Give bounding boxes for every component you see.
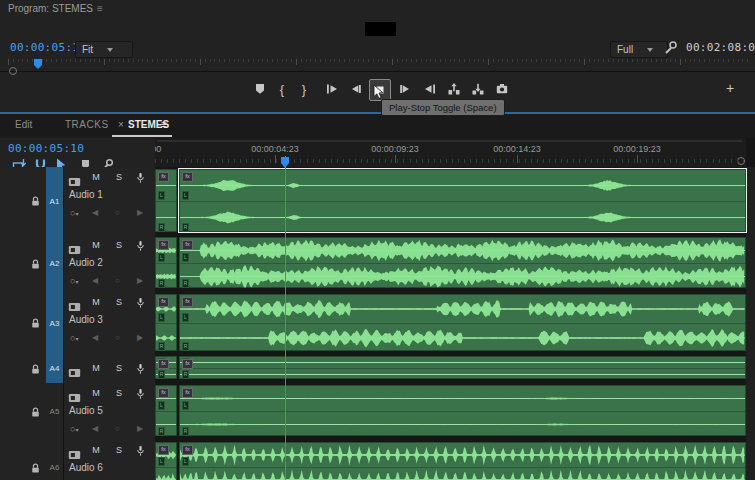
- track-name[interactable]: Audio 6: [69, 462, 103, 473]
- track-lane-a6[interactable]: LRfxLRfx: [155, 440, 746, 480]
- keyframe-type-button[interactable]: ○▾: [70, 208, 78, 218]
- extract-button[interactable]: [468, 79, 488, 99]
- step-forward-button[interactable]: [395, 79, 415, 99]
- track-target-a2[interactable]: A2: [46, 235, 64, 292]
- tab-menu-icon[interactable]: ≡: [161, 119, 167, 130]
- track-lane-a2[interactable]: LRfxLRfx: [155, 235, 746, 292]
- track-lane-a4[interactable]: LRfxLRfx: [155, 354, 746, 383]
- mute-button[interactable]: M: [90, 388, 102, 398]
- track-name[interactable]: Audio 5: [69, 405, 103, 416]
- track-target-a1[interactable]: A1: [46, 167, 64, 235]
- step-back-button[interactable]: [346, 79, 366, 99]
- playback-resolution-select[interactable]: Full: [610, 41, 668, 58]
- solo-button[interactable]: S: [113, 297, 125, 307]
- track-name[interactable]: Audio 1: [69, 189, 103, 200]
- timeline-playhead-line[interactable]: [285, 156, 286, 480]
- horizontal-scrollbar[interactable]: [157, 140, 742, 142]
- program-scrubber[interactable]: [0, 58, 755, 72]
- track-lane-a1[interactable]: LRfxLRfx: [155, 167, 746, 235]
- track-target-a3[interactable]: A3: [46, 292, 64, 354]
- ruler-tick: [197, 159, 198, 163]
- panel-menu-icon[interactable]: ≡: [97, 3, 103, 14]
- audio-clip[interactable]: LRfx: [179, 442, 746, 480]
- next-keyframe-button[interactable]: ▶: [137, 208, 143, 217]
- add-keyframe-button[interactable]: ○: [115, 333, 120, 342]
- audio-clip[interactable]: LRfx: [155, 442, 177, 480]
- keyframe-type-button[interactable]: ○▾: [70, 333, 78, 343]
- mute-button[interactable]: M: [90, 172, 102, 182]
- mark-in-button[interactable]: {: [272, 79, 292, 99]
- add-keyframe-button[interactable]: ○: [115, 276, 120, 285]
- scrollbar-handle[interactable]: [9, 67, 17, 75]
- audio-clip[interactable]: LRfx: [155, 294, 177, 351]
- ruler-tick: [161, 159, 162, 163]
- audio-clip[interactable]: LRfx: [179, 237, 746, 288]
- solo-button[interactable]: S: [113, 388, 125, 398]
- mute-button[interactable]: M: [90, 363, 102, 373]
- timeline-playhead-head[interactable]: [280, 156, 291, 169]
- solo-button[interactable]: S: [113, 363, 125, 373]
- prev-keyframe-button[interactable]: ◀: [92, 424, 98, 433]
- mute-button[interactable]: M: [90, 445, 102, 455]
- track-lock-icon[interactable]: [29, 316, 42, 334]
- mark-out-button[interactable]: }: [294, 79, 314, 99]
- export-frame-button[interactable]: [492, 79, 512, 99]
- voiceover-mic-icon[interactable]: [135, 444, 146, 462]
- audio-clip[interactable]: LRfx: [155, 237, 177, 288]
- keyframe-type-button[interactable]: ○▾: [70, 424, 78, 434]
- track-target-a5[interactable]: A5: [46, 383, 64, 440]
- prev-keyframe-button[interactable]: ◀: [92, 208, 98, 217]
- program-playhead[interactable]: [33, 58, 44, 70]
- lift-button[interactable]: [444, 79, 464, 99]
- tab-close-icon[interactable]: ×: [118, 119, 124, 130]
- audio-clip[interactable]: LRfx: [179, 294, 746, 351]
- voiceover-mic-icon[interactable]: [135, 296, 146, 314]
- voiceover-mic-icon[interactable]: [135, 239, 146, 257]
- add-keyframe-button[interactable]: ○: [115, 208, 120, 217]
- prev-keyframe-button[interactable]: ◀: [92, 333, 98, 342]
- audio-clip[interactable]: LRfx: [179, 356, 746, 379]
- track-lane-a3[interactable]: LRfxLRfx: [155, 292, 746, 354]
- keyframe-type-button[interactable]: ○▾: [70, 276, 78, 286]
- audio-clip[interactable]: LRfx: [179, 385, 746, 436]
- program-scrollbar[interactable]: [0, 71, 755, 72]
- solo-button[interactable]: S: [113, 445, 125, 455]
- track-lock-icon[interactable]: [29, 461, 42, 479]
- go-to-out-button[interactable]: [420, 79, 440, 99]
- mute-button[interactable]: M: [90, 240, 102, 250]
- voiceover-mic-icon[interactable]: [135, 362, 146, 380]
- mute-button[interactable]: M: [90, 297, 102, 307]
- track-lock-icon[interactable]: [29, 405, 42, 423]
- button-editor-plus-button[interactable]: +: [726, 80, 734, 96]
- audio-clip[interactable]: LRfx: [155, 385, 177, 436]
- track-lock-icon[interactable]: [29, 362, 42, 380]
- audio-clip[interactable]: LRfx: [155, 356, 177, 379]
- prev-keyframe-button[interactable]: ◀: [92, 276, 98, 285]
- tab-edit[interactable]: Edit: [15, 119, 32, 130]
- solo-button[interactable]: S: [113, 172, 125, 182]
- track-lock-icon[interactable]: [29, 257, 42, 275]
- track-name[interactable]: Audio 3: [69, 314, 103, 325]
- next-keyframe-button[interactable]: ▶: [137, 333, 143, 342]
- add-keyframe-button[interactable]: ○: [115, 424, 120, 433]
- tab-tracks[interactable]: TRACKS: [65, 119, 109, 130]
- source-patch-icon[interactable]: [68, 364, 81, 382]
- next-keyframe-button[interactable]: ▶: [137, 424, 143, 433]
- track-target-a4[interactable]: A4: [46, 354, 64, 383]
- audio-clip[interactable]: LRfx: [179, 169, 746, 232]
- track-target-a6[interactable]: A6: [46, 440, 64, 480]
- timeline-ruler[interactable]: 00:0000:00:04:2300:00:09:2300:00:14:2300…: [155, 138, 746, 167]
- voiceover-mic-icon[interactable]: [135, 171, 146, 189]
- timeline-timecode[interactable]: 00:00:05:10: [8, 142, 84, 155]
- program-settings-wrench-icon[interactable]: [663, 40, 678, 59]
- track-lock-icon[interactable]: [29, 194, 42, 212]
- voiceover-mic-icon[interactable]: [135, 387, 146, 405]
- add-marker-button[interactable]: [250, 79, 270, 99]
- go-to-in-button[interactable]: [322, 79, 342, 99]
- solo-button[interactable]: S: [113, 240, 125, 250]
- track-lane-a5[interactable]: LRfxLRfx: [155, 383, 746, 440]
- zoom-level-select[interactable]: Fit: [75, 41, 133, 58]
- track-name[interactable]: Audio 2: [69, 257, 103, 268]
- audio-clip[interactable]: LRfx: [155, 169, 177, 232]
- next-keyframe-button[interactable]: ▶: [137, 276, 143, 285]
